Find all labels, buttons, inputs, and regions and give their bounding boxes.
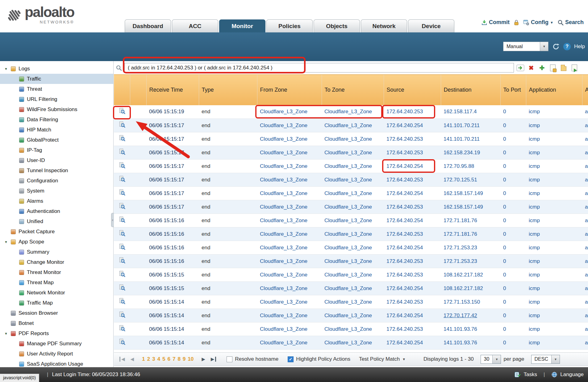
sidebar-item-logs[interactable]: ▼Logs <box>0 64 113 74</box>
to-port-cell[interactable]: 0 <box>500 227 526 241</box>
action-cell[interactable]: al <box>582 146 588 160</box>
refresh-icon[interactable] <box>552 43 560 51</box>
sidebar-item-ip-tag[interactable]: IP-Tag <box>0 145 113 155</box>
source-cell[interactable]: 172.64.240.254 <box>384 187 441 200</box>
application-cell[interactable]: icmp <box>526 146 582 160</box>
add-filter-button[interactable]: ✚ <box>538 64 546 72</box>
sidebar-item-network-monitor[interactable]: Network Monitor <box>0 288 113 298</box>
action-cell[interactable]: al <box>582 200 588 214</box>
from-zone-cell[interactable]: Cloudflare_L3_Zone <box>257 160 322 173</box>
from-zone-cell[interactable]: Cloudflare_L3_Zone <box>257 200 322 214</box>
language-icon[interactable] <box>551 372 557 378</box>
to-port-cell[interactable]: 0 <box>500 105 526 119</box>
action-cell[interactable]: al <box>582 105 588 119</box>
to-zone-cell[interactable]: Cloudflare_L3_Zone <box>322 160 384 173</box>
tab-dashboard[interactable]: Dashboard <box>125 19 171 32</box>
source-cell[interactable]: 172.64.240.253 <box>384 322 441 336</box>
log-detail-button[interactable] <box>114 322 130 336</box>
log-detail-button[interactable] <box>114 309 130 322</box>
sidebar-item-globalprotect[interactable]: GlobalProtect <box>0 135 113 145</box>
source-cell[interactable]: 172.64.240.253 <box>384 255 441 268</box>
log-detail-button[interactable] <box>114 105 130 119</box>
page-4-link[interactable]: 4 <box>157 356 160 362</box>
next-page-button[interactable]: ▶ <box>202 357 205 362</box>
source-cell[interactable]: 172.64.240.254 <box>384 282 441 295</box>
tab-objects[interactable]: Objects <box>314 19 360 32</box>
tab-monitor[interactable]: Monitor <box>219 19 265 32</box>
column-header-application[interactable]: Application <box>526 75 582 105</box>
column-header-receive-time[interactable]: Receive Time <box>146 75 199 105</box>
to-port-cell[interactable]: 0 <box>500 119 526 132</box>
highlight-policy-actions-checkbox[interactable]: ✓ <box>288 356 294 362</box>
prev-page-button[interactable]: ◀ <box>131 357 134 362</box>
last-page-button[interactable]: ▶ <box>211 357 216 362</box>
source-cell[interactable]: 172.64.240.253 <box>384 146 441 160</box>
sidebar-item-authentication[interactable]: Authentication <box>0 206 113 216</box>
source-cell[interactable]: 172.64.240.254 <box>384 214 441 227</box>
to-zone-cell[interactable]: Cloudflare_L3_Zone <box>322 227 384 241</box>
from-zone-cell[interactable]: Cloudflare_L3_Zone <box>257 268 322 282</box>
to-zone-cell[interactable]: Cloudflare_L3_Zone <box>322 268 384 282</box>
column-header-a[interactable]: A <box>582 75 588 105</box>
application-cell[interactable]: icmp <box>526 282 582 295</box>
sidebar-item-hip-match[interactable]: HIP Match <box>0 125 113 135</box>
destination-cell[interactable]: 162.158.157.149 <box>441 200 500 214</box>
action-cell[interactable]: al <box>582 309 588 322</box>
sidebar-item-packet-capture[interactable]: Packet Capture <box>0 226 113 237</box>
to-zone-cell[interactable]: Cloudflare_L3_Zone <box>322 200 384 214</box>
column-header-destination[interactable]: Destination <box>441 75 500 105</box>
source-cell[interactable]: 172.64.240.253 <box>384 268 441 282</box>
to-port-cell[interactable]: 0 <box>500 187 526 200</box>
to-port-cell[interactable]: 0 <box>500 214 526 227</box>
search-button[interactable]: Search <box>557 19 584 26</box>
expander-icon[interactable]: ▼ <box>4 240 11 244</box>
destination-cell[interactable]: 172.70.95.88 <box>441 160 500 173</box>
to-port-cell[interactable]: 0 <box>500 146 526 160</box>
destination-cell[interactable]: 141.101.93.76 <box>441 336 500 350</box>
log-detail-button[interactable] <box>114 173 130 187</box>
to-zone-cell[interactable]: Cloudflare_L3_Zone <box>322 336 384 350</box>
from-zone-cell[interactable]: Cloudflare_L3_Zone <box>257 119 322 132</box>
action-cell[interactable]: al <box>582 295 588 309</box>
action-cell[interactable]: al <box>582 173 588 187</box>
per-page-select[interactable]: 30 ▼ <box>481 355 501 364</box>
application-cell[interactable]: icmp <box>526 119 582 132</box>
tab-policies[interactable]: Policies <box>266 19 313 32</box>
log-detail-button[interactable] <box>114 241 130 255</box>
to-port-cell[interactable]: 0 <box>500 255 526 268</box>
column-header-type[interactable]: Type <box>199 75 257 105</box>
source-cell[interactable]: 172.64.240.253 <box>384 105 441 119</box>
log-detail-button[interactable] <box>114 146 130 160</box>
application-cell[interactable]: icmp <box>526 227 582 241</box>
application-cell[interactable]: icmp <box>526 295 582 309</box>
application-cell[interactable]: icmp <box>526 200 582 214</box>
from-zone-cell[interactable]: Cloudflare_L3_Zone <box>257 309 322 322</box>
destination-cell[interactable]: 172.70.177.42 <box>441 309 500 322</box>
sidebar-item-traffic[interactable]: Traffic <box>0 74 113 84</box>
tab-network[interactable]: Network <box>361 19 407 32</box>
action-cell[interactable]: al <box>582 255 588 268</box>
page-10-link[interactable]: 10 <box>188 356 194 362</box>
to-zone-cell[interactable]: Cloudflare_L3_Zone <box>322 146 384 160</box>
resolve-hostname-checkbox[interactable] <box>227 356 232 362</box>
language-button[interactable]: Language <box>560 372 584 378</box>
test-policy-match-dropdown[interactable]: Test Policy Match ▼ <box>359 356 406 362</box>
expander-icon[interactable]: ▼ <box>4 332 11 335</box>
page-2-link[interactable]: 2 <box>147 356 150 362</box>
sidebar-item-threat-map[interactable]: Threat Map <box>0 277 113 288</box>
action-cell[interactable]: al <box>582 187 588 200</box>
sidebar-item-url-filtering[interactable]: URL Filtering <box>0 94 113 104</box>
sidebar-item-alarms[interactable]: Alarms <box>0 196 113 206</box>
sidebar-item-user-id[interactable]: User-ID <box>0 155 113 165</box>
column-header-source[interactable]: Source <box>384 75 441 105</box>
sidebar-item-tunnel-inspection[interactable]: Tunnel Inspection <box>0 165 113 176</box>
application-cell[interactable]: icmp <box>526 309 582 322</box>
application-cell[interactable]: icmp <box>526 255 582 268</box>
sidebar-item-data-filtering[interactable]: Data Filtering <box>0 114 113 125</box>
from-zone-cell[interactable]: Cloudflare_L3_Zone <box>257 322 322 336</box>
application-cell[interactable]: icmp <box>526 173 582 187</box>
destination-cell[interactable]: 162.158.234.19 <box>441 146 500 160</box>
help-label[interactable]: Help <box>574 44 585 50</box>
to-port-cell[interactable]: 0 <box>500 282 526 295</box>
column-header-to-port[interactable]: To Port <box>500 75 526 105</box>
